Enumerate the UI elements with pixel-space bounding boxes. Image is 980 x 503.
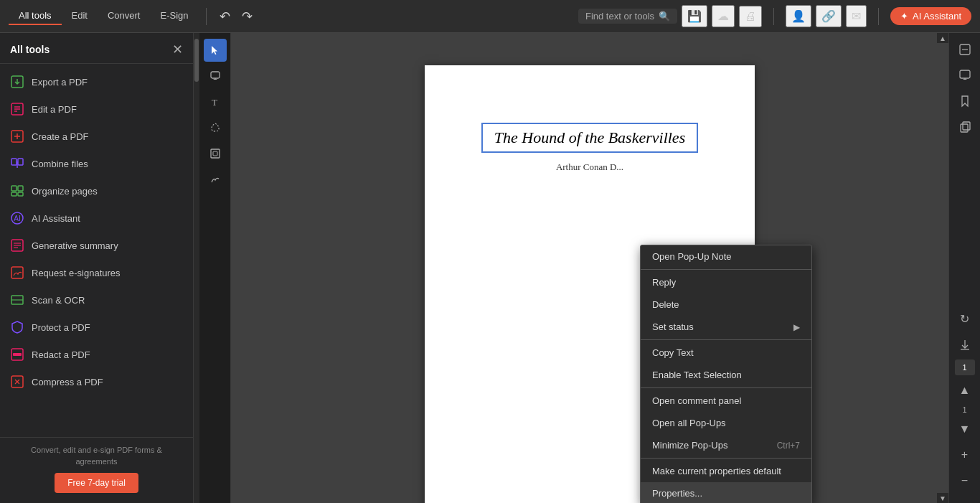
sidebar-scroll[interactable]: Export a PDF Edit a PDF Create a PDF <box>0 64 193 431</box>
main-area: All tools ✕ Export a PDF Edit a PDF <box>0 33 980 503</box>
ctx-open-popup-note[interactable]: Open Pop-Up Note <box>641 245 811 268</box>
sidebar-item-redact-pdf[interactable]: Redact a PDF <box>0 341 193 368</box>
canvas-scroll-down[interactable]: ▼ <box>937 493 948 503</box>
scroll-up-button[interactable]: ▲ <box>954 380 976 401</box>
redo-button[interactable]: ↷ <box>236 6 258 27</box>
zoom-in-button[interactable]: + <box>954 444 976 466</box>
nav-esign[interactable]: E-Sign <box>150 7 198 25</box>
sidebar-item-request-esignatures[interactable]: Request e-signatures <box>0 259 193 286</box>
right-panel-edit-button[interactable] <box>954 39 976 60</box>
sidebar-scrollbar[interactable] <box>194 33 199 503</box>
combine-files-label: Combine files <box>32 159 88 169</box>
user-icon[interactable]: 👤 <box>786 5 811 27</box>
svg-rect-14 <box>11 192 17 196</box>
lasso-tool-button[interactable] <box>204 116 227 139</box>
svg-rect-36 <box>963 122 970 130</box>
sidebar-item-ai-assistant[interactable]: AI AI Assistant <box>0 205 193 232</box>
ocr-tool-button[interactable] <box>204 142 227 165</box>
ctx-delete[interactable]: Delete <box>641 293 811 316</box>
save-icon[interactable]: 💾 <box>682 5 707 27</box>
scrollbar-thumb <box>194 39 199 82</box>
edit-icon <box>10 102 24 116</box>
sign-tool-button[interactable] <box>204 168 227 191</box>
topbar-separator <box>206 8 207 25</box>
ctx-properties[interactable]: Properties... <box>641 482 811 503</box>
set-status-arrow-icon: ▶ <box>793 322 800 332</box>
edit-pdf-label: Edit a PDF <box>32 104 77 115</box>
sidebar-close-button[interactable]: ✕ <box>172 42 183 57</box>
trial-button[interactable]: Free 7-day trial <box>55 473 138 493</box>
ctx-sep-4 <box>641 458 811 459</box>
scan-ocr-label: Scan & OCR <box>32 295 85 306</box>
ctx-copy-text[interactable]: Copy Text <box>641 342 811 364</box>
sidebar-footer: Convert, edit and e-sign PDF forms & agr… <box>0 437 193 503</box>
svg-rect-35 <box>961 124 968 132</box>
svg-rect-12 <box>11 186 17 191</box>
canvas-area: ▲ The Hound of the Baskervilles Arthur C… <box>231 33 948 503</box>
minimize-popups-shortcut: Ctrl+7 <box>777 441 800 451</box>
ai-star-icon: ✦ <box>900 11 908 22</box>
ctx-enable-text-selection[interactable]: Enable Text Selection <box>641 364 811 386</box>
page-number: 1 <box>962 405 966 414</box>
svg-rect-30 <box>211 149 220 158</box>
search-box[interactable]: Find text or tools 🔍 <box>578 9 677 24</box>
scroll-down-button[interactable]: ▼ <box>954 418 976 440</box>
sidebar-item-scan-ocr[interactable]: Scan & OCR <box>0 286 193 314</box>
right-panel-download-button[interactable] <box>954 334 976 355</box>
protect-icon <box>10 320 24 334</box>
right-panel-comment-button[interactable] <box>954 65 976 86</box>
sidebar-item-create-pdf[interactable]: Create a PDF <box>0 123 193 150</box>
text-tool-button[interactable]: T <box>204 90 227 113</box>
canvas-scroll-up[interactable]: ▲ <box>937 33 948 43</box>
svg-rect-31 <box>213 151 217 156</box>
tool-panel: T <box>199 33 231 503</box>
sidebar-item-organize-pages[interactable]: Organize pages <box>0 177 193 205</box>
right-panel-bookmark-button[interactable] <box>954 90 976 112</box>
ctx-reply[interactable]: Reply <box>641 271 811 293</box>
sidebar-item-generative-summary[interactable]: Generative summary <box>0 232 193 259</box>
comment-tool-button[interactable] <box>204 65 227 88</box>
ctx-make-default[interactable]: Make current properties default <box>641 460 811 482</box>
svg-rect-28 <box>211 72 220 78</box>
sidebar: All tools ✕ Export a PDF Edit a PDF <box>0 33 194 503</box>
nav-edit[interactable]: Edit <box>62 7 98 25</box>
ctx-minimize-popups[interactable]: Minimize Pop-Ups Ctrl+7 <box>641 434 811 456</box>
sidebar-item-combine-files[interactable]: Combine files <box>0 150 193 177</box>
sep3 <box>878 8 879 25</box>
search-label: Find text or tools <box>585 11 654 22</box>
nav-all-tools[interactable]: All tools <box>9 7 62 25</box>
nav-convert[interactable]: Convert <box>98 7 151 25</box>
zoom-out-button[interactable]: − <box>954 470 976 492</box>
combine-icon <box>10 156 24 171</box>
select-tool-button[interactable] <box>204 39 227 62</box>
sidebar-header: All tools ✕ <box>0 33 193 64</box>
svg-text:T: T <box>212 97 217 108</box>
summary-icon <box>10 238 24 253</box>
page-indicator: 1 <box>955 359 975 375</box>
ctx-open-comment-panel[interactable]: Open comment panel <box>641 390 811 412</box>
cloud-icon[interactable]: ☁ <box>712 5 735 27</box>
sidebar-item-export-pdf[interactable]: Export a PDF <box>0 68 193 95</box>
right-panel-refresh-button[interactable]: ↻ <box>954 308 976 329</box>
ctx-set-status[interactable]: Set status ▶ <box>641 316 811 338</box>
sidebar-item-compress-pdf[interactable]: Compress a PDF <box>0 368 193 395</box>
context-menu: Open Pop-Up Note Reply Delete Set status… <box>640 245 812 503</box>
ctx-open-all-popups[interactable]: Open all Pop-Ups <box>641 412 811 434</box>
ai-btn-label: AI Assistant <box>913 11 961 22</box>
mail-icon[interactable]: ✉ <box>846 5 867 27</box>
ai-assistant-button[interactable]: ✦ AI Assistant <box>890 7 971 25</box>
print-icon[interactable]: 🖨 <box>739 6 762 27</box>
undo-button[interactable]: ↶ <box>214 6 236 27</box>
sidebar-item-edit-pdf[interactable]: Edit a PDF <box>0 95 193 123</box>
redact-pdf-label: Redact a PDF <box>32 349 90 360</box>
sep2 <box>773 8 774 25</box>
sidebar-item-protect-pdf[interactable]: Protect a PDF <box>0 314 193 341</box>
pdf-author: Arthur Conan D... <box>556 161 623 173</box>
svg-rect-15 <box>18 192 23 196</box>
create-pdf-label: Create a PDF <box>32 131 88 142</box>
link-icon[interactable]: 🔗 <box>816 5 842 27</box>
svg-text:AI: AI <box>14 215 20 222</box>
right-panel-copy-button[interactable] <box>954 116 976 138</box>
ai-assistant-label: AI Assistant <box>32 213 80 224</box>
ctx-sep-3 <box>641 387 811 388</box>
